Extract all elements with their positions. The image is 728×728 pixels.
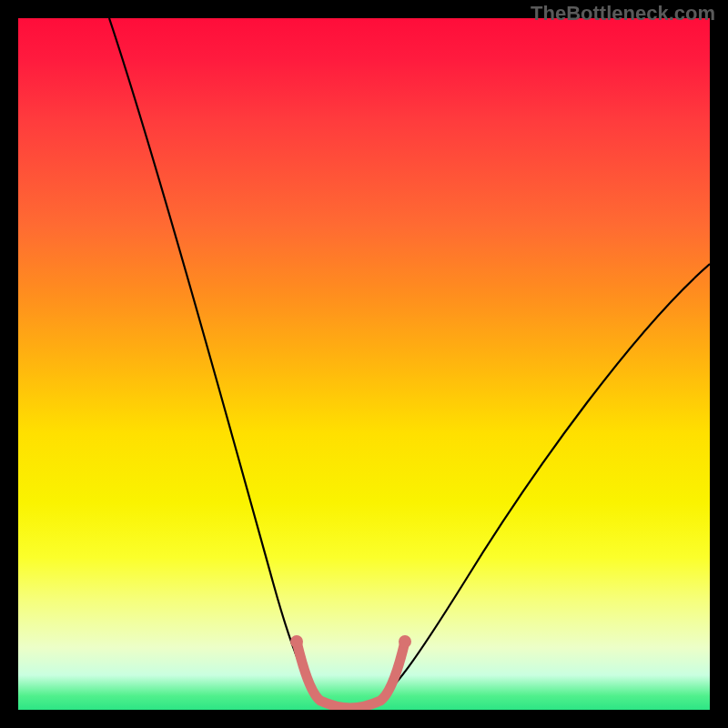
highlight-dot-left (290, 635, 303, 648)
highlight-dot-right (399, 635, 411, 648)
watermark-text: TheBottleneck.com (531, 2, 715, 25)
chart-frame: TheBottleneck.com (0, 0, 728, 728)
chart-gradient-background (18, 18, 710, 710)
curve-left (109, 18, 710, 706)
bottleneck-curve (18, 18, 710, 710)
curve-highlight (297, 642, 405, 708)
